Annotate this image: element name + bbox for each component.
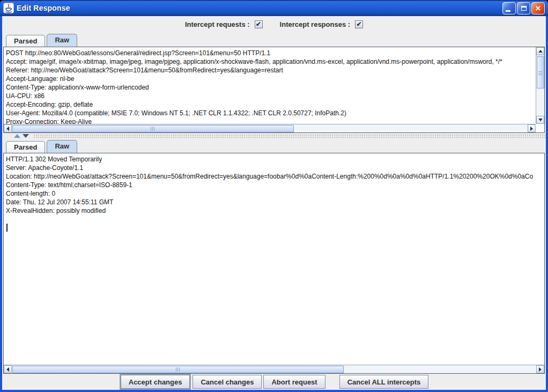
response-horizontal-scrollbar[interactable] <box>4 365 544 373</box>
intercept-requests-label: Intercept requests : <box>185 20 250 28</box>
text-line: Accept-Language: nl-be <box>6 75 536 83</box>
text-line: Server: Apache-Coyote/1.1 <box>6 164 544 172</box>
text-line: Location: http://neo/WebGoat/attack?Scre… <box>6 172 544 181</box>
dialog-content: Intercept requests : ✔ Intercept respons… <box>2 16 546 390</box>
request-tab-bar: Parsed Raw <box>3 33 79 47</box>
action-button-bar: Accept changes Cancel changes Abort requ… <box>2 374 546 390</box>
response-tab-parsed[interactable]: Parsed <box>6 141 45 153</box>
scrollbar-thumb[interactable] <box>12 125 294 132</box>
scrollbar-thumb[interactable] <box>537 56 544 88</box>
thumb-grip <box>151 127 155 131</box>
text-line: UA-CPU: x86 <box>6 92 536 100</box>
edit-response-window: Edit Response ✕ Intercept requests : ✔ I… <box>0 0 548 392</box>
scroll-left-button[interactable] <box>4 365 12 373</box>
text-line: User-Agent: Mozilla/4.0 (compatible; MSI… <box>6 109 536 117</box>
scroll-down-button[interactable] <box>536 116 544 124</box>
text-line: Content-length: 0 <box>6 189 544 198</box>
request-tab-parsed[interactable]: Parsed <box>6 35 45 47</box>
request-vertical-scrollbar[interactable] <box>536 47 544 124</box>
response-tab-bar: Parsed Raw <box>3 139 79 153</box>
intercept-responses-label: Intercept responses : <box>280 20 351 28</box>
accept-changes-button[interactable]: Accept changes <box>121 375 190 389</box>
collapse-down-icon[interactable] <box>23 134 29 138</box>
arrow-right-icon <box>539 367 542 372</box>
scroll-left-button[interactable] <box>4 124 12 132</box>
request-text-area[interactable]: POST http://neo:80/WebGoat/lessons/Gener… <box>4 47 536 124</box>
arrow-left-icon <box>6 367 9 372</box>
minimize-button[interactable] <box>502 2 516 14</box>
intercept-requests-checkbox[interactable]: ✔ <box>255 20 263 28</box>
java-app-icon <box>3 3 14 13</box>
text-line: HTTP/1.1 302 Moved Temporarily <box>6 155 544 164</box>
collapse-up-icon[interactable] <box>14 134 20 138</box>
arrow-left-icon <box>6 127 9 131</box>
thumb-grip <box>176 367 181 372</box>
arrow-right-icon <box>530 127 533 131</box>
response-tab-raw[interactable]: Raw <box>47 140 77 153</box>
maximize-button[interactable] <box>517 2 530 14</box>
text-line: Content-Type: application/x-www-form-url… <box>6 83 536 92</box>
check-icon: ✔ <box>256 21 261 27</box>
intercept-responses-checkbox[interactable]: ✔ <box>355 20 363 28</box>
response-text-area[interactable]: HTTP/1.1 302 Moved TemporarilyServer: Ap… <box>4 153 544 365</box>
arrow-up-icon <box>538 50 543 53</box>
text-line: Date: Thu, 12 Jul 2007 14:55:11 GMT <box>6 198 544 206</box>
split-pane-divider[interactable] <box>2 133 546 139</box>
abort-request-button[interactable]: Abort request <box>263 375 325 389</box>
request-horizontal-scrollbar[interactable] <box>4 124 536 132</box>
text-line: POST http://neo:80/WebGoat/lessons/Gener… <box>6 49 536 57</box>
cancel-all-intercepts-button[interactable]: Cancel ALL intercepts <box>339 375 429 389</box>
request-scrollpane: POST http://neo:80/WebGoat/lessons/Gener… <box>3 47 545 133</box>
scrollbar-thumb[interactable] <box>12 366 344 373</box>
text-line: Proxy-Connection: Keep-Alive <box>6 117 536 124</box>
text-caret <box>6 224 8 232</box>
request-tab-raw[interactable]: Raw <box>47 34 77 47</box>
maximize-icon <box>521 6 527 11</box>
scroll-right-button[interactable] <box>536 365 544 373</box>
text-line: Accept: image/gif, image/x-xbitmap, imag… <box>6 57 536 66</box>
minimize-icon <box>506 10 510 12</box>
thumb-grip <box>538 70 543 75</box>
check-icon: ✔ <box>357 21 362 27</box>
text-line: Accept-Encoding: gzip, deflate <box>6 100 536 109</box>
text-line: X-RevealHidden: possibly modified <box>6 206 544 215</box>
response-scrollpane: HTTP/1.1 302 Moved TemporarilyServer: Ap… <box>3 153 545 374</box>
intercept-options-bar: Intercept requests : ✔ Intercept respons… <box>2 16 546 33</box>
cancel-changes-button[interactable]: Cancel changes <box>192 375 262 389</box>
arrow-down-icon <box>538 119 543 121</box>
text-line: Content-Type: text/html;charset=ISO-8859… <box>6 181 544 189</box>
divider-texture <box>33 134 546 138</box>
text-line: Referer: http://neo/WebGoat/attack?Scree… <box>6 66 536 75</box>
scroll-right-button[interactable] <box>528 124 536 132</box>
close-button[interactable]: ✕ <box>531 2 545 14</box>
window-title: Edit Response <box>17 4 501 12</box>
title-bar: Edit Response ✕ <box>0 0 548 16</box>
scroll-up-button[interactable] <box>536 47 544 55</box>
close-icon: ✕ <box>535 5 541 12</box>
